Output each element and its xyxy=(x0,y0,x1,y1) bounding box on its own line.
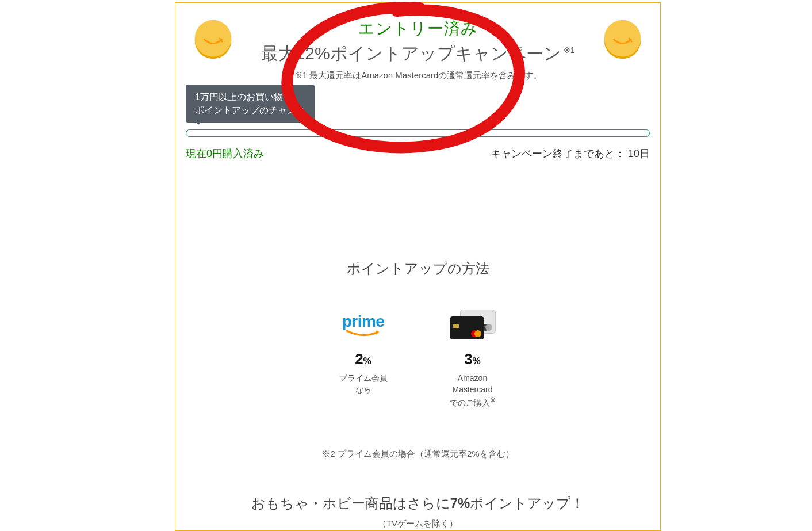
campaign-remaining-label: キャンペーン終了まであと： xyxy=(491,148,628,159)
method-mastercard-label-sup: ※ xyxy=(490,396,496,403)
method-prime-percent: 2 xyxy=(355,350,363,368)
threshold-tooltip-line1: 1万円以上のお買い物で xyxy=(195,92,292,102)
coin-icon xyxy=(191,18,235,61)
method-mastercard: 3% Amazon Mastercard でのご購入※ xyxy=(435,310,510,408)
methods-heading: ポイントアップの方法 xyxy=(175,259,660,278)
campaign-remaining: キャンペーン終了まであと： 10日 xyxy=(491,147,650,161)
threshold-tooltip: 1万円以上のお買い物で ポイントアップのチャンス xyxy=(186,85,315,123)
methods-footnote: ※2 プライム会員の場合（通常還元率2%を含む） xyxy=(175,449,660,460)
mastercard-cards-icon xyxy=(435,310,510,341)
progress-bar xyxy=(186,129,650,137)
campaign-remaining-value: 10日 xyxy=(628,148,650,159)
method-mastercard-percent-unit: % xyxy=(473,356,481,366)
method-prime-label: プライム会員 なら xyxy=(326,373,401,395)
method-prime-percent-unit: % xyxy=(363,356,371,366)
bonus-heading: おもちゃ・ホビー商品はさらに7%ポイントアップ！ xyxy=(175,494,660,513)
prime-logo-text: prime xyxy=(342,312,385,330)
campaign-title: 最大12%ポイントアップキャンペーン※1 xyxy=(175,42,660,66)
campaign-subtitle: ※1 最大還元率はAmazon Mastercardの通常還元率を含みます。 xyxy=(175,70,660,81)
entry-status: エントリー済み xyxy=(175,18,660,40)
bonus-heading-pre: おもちゃ・ホビー商品はさらに xyxy=(251,495,450,511)
campaign-panel: エントリー済み 最大12%ポイントアップキャンペーン※1 ※1 最大還元率はAm… xyxy=(175,2,661,531)
method-mastercard-label-text: Amazon Mastercard でのご購入 xyxy=(450,373,493,407)
method-mastercard-label: Amazon Mastercard でのご購入※ xyxy=(435,373,510,408)
bonus-heading-bold: 7% xyxy=(450,495,470,511)
prime-smile-icon xyxy=(343,330,384,339)
coin-icon xyxy=(601,18,644,61)
method-mastercard-percent: 3 xyxy=(464,350,472,368)
purchased-amount: 現在0円購入済み xyxy=(186,147,264,161)
bonus-heading-post: ポイントアップ！ xyxy=(470,495,584,511)
bonus-sub: （TVゲームを除く） xyxy=(175,518,660,529)
svg-point-3 xyxy=(604,20,641,57)
svg-point-1 xyxy=(195,20,232,57)
prime-logo-icon: prime xyxy=(326,310,401,341)
campaign-title-text: 最大12%ポイントアップキャンペーン xyxy=(261,44,561,63)
method-prime: prime 2% プライム会員 なら xyxy=(326,310,401,408)
threshold-tooltip-line2: ポイントアップのチャンス xyxy=(195,105,305,115)
campaign-title-sup: ※1 xyxy=(564,45,575,55)
